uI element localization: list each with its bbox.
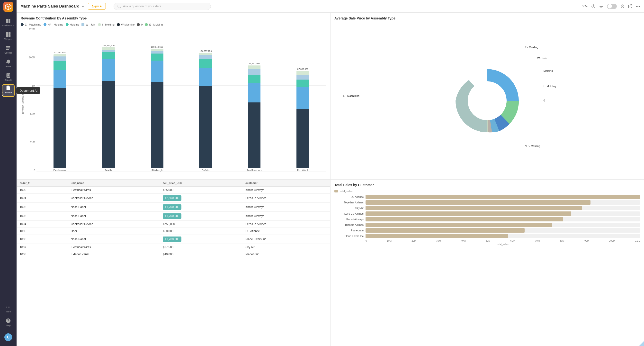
cell-unit: Electrical Wires — [68, 187, 160, 194]
filter-icon[interactable] — [599, 5, 604, 8]
help-circle-icon[interactable]: ? — [592, 5, 595, 8]
report-icon — [6, 73, 11, 78]
svg-rect-0 — [6, 19, 8, 21]
cell-customer: Knowi Airways — [242, 212, 330, 221]
zoom-level: 60% — [582, 5, 588, 8]
total-sales-legend-dot — [334, 190, 338, 192]
sidebar-item-alerts[interactable]: Alerts — [2, 57, 14, 70]
ellipsis-icon[interactable] — [636, 6, 640, 7]
sidebar-item-more[interactable]: More — [2, 302, 14, 315]
x-axis-label: total_sales — [334, 242, 640, 246]
cell-customer: Knowi Airways — [242, 203, 330, 212]
cell-customer: Knowi Airways — [242, 187, 330, 194]
cell-unit: Exterior Panel — [68, 251, 160, 258]
toggle-switch[interactable] — [607, 4, 617, 9]
table-body: 1000 Electrical Wires $25,000 Knowi Airw… — [17, 187, 330, 258]
topbar-right: 60% ? — [582, 4, 640, 9]
label-i-molding: I - Molding — [544, 85, 556, 88]
legend-i-molding: I - Molding — [98, 23, 114, 26]
svg-point-21 — [468, 81, 506, 120]
cell-customer: Sky Air — [242, 244, 330, 251]
cell-unit: Electrical Wires — [68, 244, 160, 251]
legend-dot-i-molding — [98, 23, 101, 26]
sidebar-alerts-label: Alerts — [5, 65, 11, 68]
widget-icon — [6, 32, 11, 37]
sidebar-dashboards-label: Dashboards — [2, 24, 14, 27]
cell-price: $1,200,000 — [160, 203, 242, 212]
cell-order: 1007 — [17, 244, 68, 251]
table-row: 1003 Nose Panel $1,200,000 Knowi Airways — [17, 212, 330, 221]
legend-zero: 0 — [137, 23, 142, 26]
table-row: 1001 Controller Device $2,500,000 Let's … — [17, 194, 330, 203]
sidebar-item-help[interactable]: Help — [2, 316, 14, 328]
sidebar-more-label: More — [6, 310, 11, 313]
grid-icon — [6, 18, 11, 24]
document-ai-tooltip: Document AI — [16, 87, 40, 94]
topbar: Machine Parts Sales Dashboard New + Ask … — [16, 0, 644, 13]
legend-dot-molding — [66, 23, 68, 26]
legend-dot-np-molding — [44, 23, 46, 26]
horizontal-bar-chart: EU Atlantic Together Airlines Sky Air — [330, 195, 644, 346]
cell-order: 1004 — [17, 221, 68, 228]
cell-unit: Controller Device — [68, 194, 160, 203]
col-unit: unit_name — [68, 180, 160, 187]
label-zero: 0 — [544, 99, 545, 102]
table-row: 1000 Electrical Wires $25,000 Knowi Airw… — [17, 187, 330, 194]
sidebar-item-reports[interactable]: Reports — [2, 71, 14, 83]
settings-icon[interactable] — [620, 4, 624, 9]
col-customer: customer — [242, 180, 330, 187]
legend-np-molding: NP - Molding — [44, 23, 63, 26]
cell-customer: Let's Go Airlines — [242, 221, 330, 228]
bar-row-planebrain: Planebrain — [334, 228, 640, 233]
table-row: 1008 Exterior Panel $40,000 Planebrain — [17, 251, 330, 258]
legend-dot-w-join — [82, 23, 84, 26]
cell-order: 1001 — [17, 194, 68, 203]
cell-price: $25,000 — [160, 187, 242, 194]
table-row: 1005 Door $50,000 EU Atlantic — [17, 228, 330, 235]
x-axis: 0 10M 20M 30M 40M 50M 60M 70M 80M 90M 10… — [334, 239, 640, 242]
svg-rect-3 — [8, 21, 10, 23]
cell-price: $50,000 — [160, 228, 242, 235]
sidebar-widgets-label: Widgets — [4, 38, 12, 40]
svg-rect-5 — [8, 32, 10, 34]
cell-order: 1005 — [17, 228, 68, 235]
cell-price: $1,200,000 — [160, 212, 242, 221]
svg-point-13 — [10, 306, 10, 307]
cell-order: 1003 — [17, 212, 68, 221]
search-placeholder: Ask a question of your data... — [123, 5, 164, 8]
search-bar[interactable]: Ask a question of your data... — [114, 3, 211, 10]
y-axis-label: revenue_contribution — [21, 91, 24, 114]
cell-price: $2,500,000 — [160, 194, 242, 203]
sidebar-item-widgets[interactable]: Widgets — [2, 30, 14, 42]
table-wrapper[interactable]: order_# unit_name sell_price_USD custome… — [17, 180, 330, 346]
label-np-molding: NP - Molding — [525, 145, 540, 147]
cell-order: 1008 — [17, 251, 68, 258]
bar-row-plane-fixers: Plane Fixers Inc — [334, 234, 640, 238]
sidebar-item-document-ai[interactable]: Document AI — [2, 84, 14, 97]
sidebar-item-queries[interactable]: Queries — [2, 43, 14, 56]
bar-row-triangle: Triangle Airlines — [334, 223, 640, 227]
label-e-machining: E - Machining — [343, 94, 360, 97]
query-icon — [6, 46, 11, 51]
cell-unit: Door — [68, 228, 160, 235]
svg-point-20 — [639, 6, 640, 7]
revenue-chart-title: Revenue Contribution by Assembly Type — [17, 13, 330, 22]
cell-price: $27,500 — [160, 244, 242, 251]
cell-order: 1002 — [17, 203, 68, 212]
sidebar-item-dashboards[interactable]: Dashboards — [2, 16, 14, 29]
bar-pittsburgh: 108,043,650 Pittsburgh — [134, 33, 180, 172]
orders-table: order_# unit_name sell_price_USD custome… — [17, 180, 330, 258]
app-logo[interactable] — [4, 2, 13, 12]
svg-point-19 — [638, 6, 638, 7]
orders-table-panel: order_# unit_name sell_price_USD custome… — [16, 179, 330, 346]
share-icon[interactable] — [628, 4, 632, 9]
sidebar-queries-label: Queries — [4, 52, 12, 54]
legend-dot-w-machine — [117, 23, 120, 26]
user-avatar[interactable]: U — [2, 331, 14, 343]
bar-buffalo: 104,057,250 Buffalo — [182, 33, 229, 172]
svg-rect-6 — [6, 35, 8, 37]
doc-ai-icon — [6, 85, 11, 91]
new-button[interactable]: New + — [88, 3, 106, 10]
svg-rect-9 — [6, 48, 10, 49]
cell-customer: Plane Fixers Inc — [242, 235, 330, 244]
